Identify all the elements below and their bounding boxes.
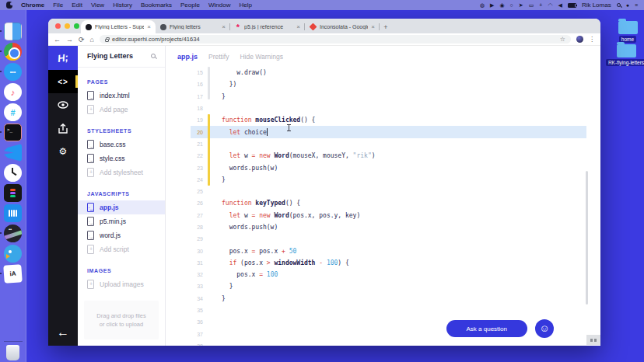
- figma-dock-icon[interactable]: [4, 184, 22, 202]
- code-line-18[interactable]: 18: [191, 103, 586, 114]
- forward-button[interactable]: →: [66, 33, 73, 46]
- browser-tab-3[interactable]: *p5.js | reference×: [230, 20, 305, 33]
- clock-dock-icon[interactable]: [4, 164, 22, 182]
- bookmark-star-icon[interactable]: ☆: [560, 36, 565, 43]
- code-line-24[interactable]: 24}: [191, 174, 586, 186]
- code-line-29[interactable]: 29: [191, 233, 586, 245]
- desktop-folder-home[interactable]: home: [613, 21, 642, 43]
- menu-item-bookmarks[interactable]: Bookmarks: [141, 2, 172, 9]
- vscode-dock-icon[interactable]: [4, 144, 22, 162]
- code-line-19[interactable]: 19function mouseClicked() {: [191, 114, 586, 126]
- menu-item-history[interactable]: History: [113, 2, 132, 9]
- ask-a-question-button[interactable]: Ask a question: [446, 320, 527, 337]
- prettify-button[interactable]: Prettify: [208, 53, 229, 61]
- code-view-button[interactable]: <>: [48, 70, 78, 93]
- music-dock-icon[interactable]: ♪: [4, 83, 22, 101]
- code-line-20[interactable]: 20 let choice: [191, 126, 586, 137]
- menu-item-help[interactable]: Help: [239, 2, 251, 9]
- reload-button[interactable]: ⟳: [79, 33, 85, 46]
- dock-item-slack[interactable]: #: [4, 103, 22, 121]
- trash-dock-icon[interactable]: [6, 345, 19, 360]
- dock-item-screenflow[interactable]: [4, 225, 22, 242]
- battery-icon[interactable]: [568, 3, 576, 8]
- apple-menu-icon[interactable]: [6, 2, 12, 9]
- dock-item-finder[interactable]: [4, 23, 22, 40]
- profile-avatar[interactable]: [576, 36, 583, 43]
- home-button[interactable]: ⌂: [90, 33, 94, 46]
- menubar-username[interactable]: Rik Lomas: [582, 2, 611, 9]
- sidebar-action-upload-images[interactable]: Upload images: [78, 277, 165, 291]
- dock-item-messages[interactable]: •••: [4, 63, 22, 81]
- back-button[interactable]: ←: [54, 33, 61, 46]
- back-arrow-button[interactable]: ←: [48, 325, 78, 339]
- volume-icon[interactable]: ◀: [558, 0, 562, 10]
- sidebar-item-p5.min.js[interactable]: p5.min.js: [78, 214, 165, 228]
- help-smiley-button[interactable]: ☺: [535, 319, 554, 338]
- circle-icon[interactable]: ○: [510, 0, 513, 10]
- code-line-27[interactable]: 27 let w = new Word(pos.x, pos.y, key): [191, 210, 586, 221]
- dock-item-figma[interactable]: [4, 184, 22, 202]
- sidebar-item-word.js[interactable]: word.js: [78, 228, 165, 242]
- chrome-dock-icon[interactable]: [4, 43, 22, 61]
- notification-list-icon[interactable]: ≡: [635, 0, 638, 10]
- code-line-25[interactable]: 25: [191, 186, 586, 197]
- twitter-dock-icon[interactable]: [4, 245, 22, 263]
- code-line-26[interactable]: 26function keyTyped() {: [191, 197, 586, 209]
- tab-close-icon[interactable]: ×: [371, 23, 375, 30]
- sidebar-item-index.html[interactable]: index.html: [78, 89, 165, 103]
- slack-dock-icon[interactable]: #: [4, 103, 22, 121]
- finder-dock-icon[interactable]: [4, 23, 22, 40]
- browser-tab-4[interactable]: Inconsolata - Google Fonts×: [305, 20, 380, 33]
- dock-item-twitter[interactable]: [4, 245, 22, 263]
- terminal-dock-icon[interactable]: >_: [4, 124, 22, 141]
- dock-item-vscode[interactable]: [4, 144, 22, 162]
- wifi-icon[interactable]: ◠: [548, 0, 552, 10]
- publish-button[interactable]: [48, 117, 78, 140]
- menu-item-chrome[interactable]: Chrome: [21, 2, 44, 9]
- sidebar-action-add-page[interactable]: Add page: [78, 103, 165, 117]
- tab-close-icon[interactable]: ×: [147, 23, 151, 30]
- code-line-21[interactable]: 21: [191, 138, 586, 150]
- code-line-17[interactable]: 17}: [191, 91, 586, 103]
- plus-icon[interactable]: +: [539, 0, 542, 10]
- zoom-window-button[interactable]: [74, 23, 79, 29]
- dock-item-ia-writer[interactable]: iA: [4, 265, 22, 283]
- dock-item-terminal[interactable]: >_: [4, 124, 22, 141]
- sidebar-item-base.css[interactable]: base.css: [78, 137, 165, 151]
- code-line-33[interactable]: 33 }: [191, 280, 586, 292]
- messages-dock-icon[interactable]: •••: [4, 63, 22, 81]
- code-line-38[interactable]: 38: [191, 340, 586, 346]
- tab-close-icon[interactable]: ×: [296, 23, 300, 30]
- new-tab-button[interactable]: +: [380, 23, 392, 33]
- code-line-16[interactable]: 16 }): [191, 78, 586, 90]
- browser-tab-1[interactable]: Flying Letters - SuperHi×: [81, 20, 156, 33]
- hide-warnings-button[interactable]: Hide Warnings: [240, 53, 282, 61]
- screenflow-dock-icon[interactable]: [4, 225, 22, 242]
- sidebar-item-app.js[interactable]: app.js: [78, 200, 165, 214]
- preview-button[interactable]: [48, 93, 78, 117]
- code-line-28[interactable]: 28 words.push(w): [191, 221, 586, 233]
- code-line-35[interactable]: 35: [191, 305, 586, 316]
- intercom-dock-icon[interactable]: [4, 204, 22, 222]
- code-line-31[interactable]: 31 if (pos.x > windowWidth - 100) {: [191, 257, 586, 269]
- open-file-tab[interactable]: app.js: [177, 53, 198, 61]
- dock-item-chrome[interactable]: [4, 43, 22, 61]
- file-dropzone[interactable]: Drag and drop files or click to upload: [84, 301, 159, 339]
- dock-item-clock[interactable]: [4, 164, 22, 182]
- ia-writer-dock-icon[interactable]: iA: [3, 264, 23, 284]
- sidebar-item-style.css[interactable]: style.css: [78, 151, 165, 165]
- address-bar[interactable]: editor.superhi.com/projects/41634 ☆: [100, 35, 571, 44]
- code-line-15[interactable]: 15 w.draw(): [191, 67, 586, 78]
- dock-item-intercom[interactable]: [4, 204, 22, 222]
- menu-item-window[interactable]: Window: [208, 2, 230, 9]
- chrome-menu-icon[interactable]: ⋮: [589, 36, 595, 43]
- code-line-23[interactable]: 23 words.push(w): [191, 162, 586, 173]
- code-line-32[interactable]: 32 pos.x = 100: [191, 269, 586, 280]
- dock-item-music[interactable]: ♪: [4, 83, 22, 101]
- screen-mirroring-icon[interactable]: ▶: [490, 0, 494, 10]
- code-area[interactable]: 15 w.draw()16 })17}1819function mouseCli…: [166, 67, 600, 346]
- menu-item-people[interactable]: People: [180, 2, 200, 9]
- close-window-button[interactable]: [55, 23, 61, 29]
- menu-item-file[interactable]: File: [53, 2, 63, 9]
- browser-tab-2[interactable]: Flying letters×: [156, 20, 230, 33]
